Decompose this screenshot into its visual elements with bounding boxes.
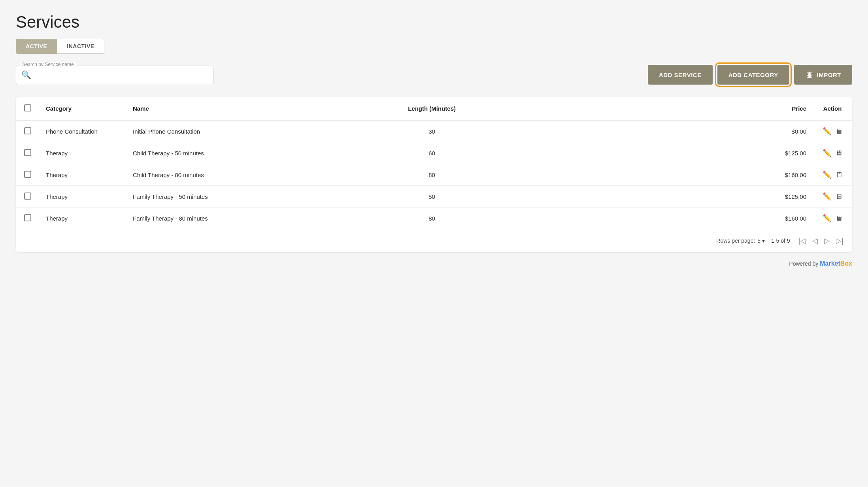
row-checkbox-cell — [16, 186, 40, 208]
first-page-button[interactable]: |◁ — [796, 235, 809, 247]
header-name: Name — [126, 97, 253, 120]
table-header-row: Category Name Length (Minutes) Price Act… — [16, 97, 852, 120]
header-price: Price — [611, 97, 813, 120]
next-page-button[interactable]: ▷ — [822, 235, 832, 247]
row-action: ✏️ 🖥 — [813, 120, 852, 142]
row-category: Therapy — [40, 164, 126, 186]
row-name: Family Therapy - 80 minutes — [126, 208, 253, 229]
row-price: $125.00 — [611, 186, 813, 208]
powered-by: Powered by MarketBox — [16, 260, 852, 267]
view-button-1[interactable]: 🖥 — [835, 149, 842, 157]
row-action: ✏️ 🖥 — [813, 164, 852, 186]
import-label: IMPORT — [817, 72, 841, 78]
row-checkbox-2[interactable] — [24, 171, 31, 178]
row-checkbox-0[interactable] — [24, 127, 31, 134]
row-name: Family Therapy - 50 minutes — [126, 186, 253, 208]
row-checkbox-cell — [16, 164, 40, 186]
toolbar: Search by Service name 🔍 ADD SERVICE ADD… — [16, 65, 852, 85]
import-button[interactable]: IMPORT — [794, 65, 852, 85]
header-action: Action — [813, 97, 852, 120]
last-page-button[interactable]: ▷| — [834, 235, 846, 247]
add-category-button[interactable]: ADD CATEGORY — [717, 65, 789, 85]
row-name: Child Therapy - 50 minutes — [126, 142, 253, 164]
svg-rect-0 — [807, 77, 812, 78]
rows-per-page-label: Rows per page: — [716, 238, 755, 244]
add-service-button[interactable]: ADD SERVICE — [648, 65, 713, 85]
header-length: Length (Minutes) — [253, 97, 611, 120]
row-category: Therapy — [40, 142, 126, 164]
row-checkbox-cell — [16, 120, 40, 142]
row-length: 80 — [253, 164, 611, 186]
row-category: Phone Consultation — [40, 120, 126, 142]
row-price: $0.00 — [611, 120, 813, 142]
search-input[interactable] — [34, 72, 207, 78]
tab-active[interactable]: ACTIVE — [16, 39, 57, 54]
brand-market: Market — [820, 260, 840, 267]
row-category: Therapy — [40, 186, 126, 208]
edit-button-0[interactable]: ✏️ — [823, 127, 831, 136]
row-checkbox-4[interactable] — [24, 214, 31, 221]
edit-button-2[interactable]: ✏️ — [823, 170, 831, 179]
row-action: ✏️ 🖥 — [813, 208, 852, 229]
button-group: ADD SERVICE ADD CATEGORY IMPORT — [648, 65, 852, 85]
services-table: Category Name Length (Minutes) Price Act… — [16, 97, 852, 229]
edit-button-1[interactable]: ✏️ — [823, 149, 831, 157]
table-row: Therapy Family Therapy - 50 minutes 50 $… — [16, 186, 852, 208]
row-name: Initial Phone Consultation — [126, 120, 253, 142]
row-length: 80 — [253, 208, 611, 229]
rows-per-page-dropdown-icon: ▾ — [762, 238, 765, 244]
row-name: Child Therapy - 80 minutes — [126, 164, 253, 186]
page-nav: |◁ ◁ ▷ ▷| — [796, 235, 846, 247]
row-length: 30 — [253, 120, 611, 142]
row-checkbox-1[interactable] — [24, 149, 31, 156]
edit-button-4[interactable]: ✏️ — [823, 214, 831, 223]
header-category: Category — [40, 97, 126, 120]
view-button-4[interactable]: 🖥 — [835, 214, 842, 223]
row-price: $125.00 — [611, 142, 813, 164]
tab-inactive[interactable]: INACTIVE — [57, 39, 104, 54]
row-price: $160.00 — [611, 164, 813, 186]
table-row: Therapy Child Therapy - 80 minutes 80 $1… — [16, 164, 852, 186]
page-info: 1-5 of 9 — [771, 238, 790, 244]
row-action: ✏️ 🖥 — [813, 186, 852, 208]
services-table-card: Category Name Length (Minutes) Price Act… — [16, 97, 852, 252]
prev-page-button[interactable]: ◁ — [810, 235, 820, 247]
pagination-row: Rows per page: 5 ▾ 1-5 of 9 |◁ ◁ ▷ ▷| — [16, 229, 852, 252]
powered-by-label: Powered by — [789, 260, 818, 267]
view-button-2[interactable]: 🖥 — [835, 171, 842, 179]
search-icon: 🔍 — [21, 70, 31, 79]
search-label: Search by Service name — [21, 62, 75, 67]
row-length: 50 — [253, 186, 611, 208]
table-row: Therapy Child Therapy - 50 minutes 60 $1… — [16, 142, 852, 164]
search-container: Search by Service name 🔍 — [16, 66, 213, 84]
rows-per-page-value: 5 — [757, 238, 760, 244]
view-button-0[interactable]: 🖥 — [835, 127, 842, 136]
row-checkbox-cell — [16, 142, 40, 164]
tabs-bar: ACTIVE INACTIVE — [16, 39, 852, 54]
table-row: Therapy Family Therapy - 80 minutes 80 $… — [16, 208, 852, 229]
table-body: Phone Consultation Initial Phone Consult… — [16, 120, 852, 229]
table-row: Phone Consultation Initial Phone Consult… — [16, 120, 852, 142]
rows-per-page-select[interactable]: 5 ▾ — [757, 238, 765, 244]
row-length: 60 — [253, 142, 611, 164]
brand-logo: MarketBox — [820, 260, 852, 267]
upload-icon — [805, 70, 814, 79]
view-button-3[interactable]: 🖥 — [835, 193, 842, 201]
select-all-checkbox[interactable] — [24, 104, 31, 111]
search-input-wrap: 🔍 — [16, 66, 213, 84]
row-category: Therapy — [40, 208, 126, 229]
header-checkbox — [16, 97, 40, 120]
page-title: Services — [16, 13, 852, 32]
row-checkbox-3[interactable] — [24, 193, 31, 200]
brand-box: Box — [840, 260, 852, 267]
row-price: $160.00 — [611, 208, 813, 229]
row-checkbox-cell — [16, 208, 40, 229]
rows-per-page: Rows per page: 5 ▾ — [716, 238, 765, 244]
edit-button-3[interactable]: ✏️ — [823, 192, 831, 201]
row-action: ✏️ 🖥 — [813, 142, 852, 164]
